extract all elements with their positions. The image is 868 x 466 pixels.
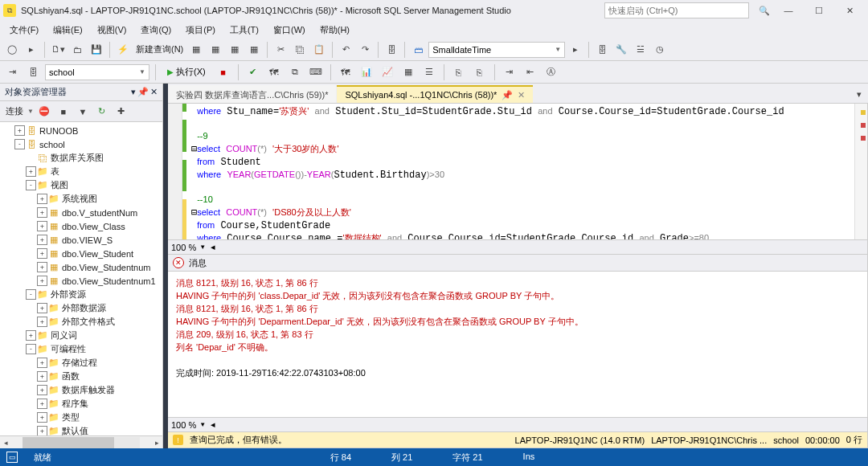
tree-node[interactable]: +🗄RUNOOB [0, 124, 162, 137]
tree-toggle-icon[interactable]: + [37, 426, 47, 435]
tab-active[interactable]: SQLshiyan4.sql -...1Q1NC\Chris (58))* 📌 … [337, 85, 533, 103]
tree-node[interactable]: +📁表 [0, 165, 162, 178]
profiler-icon[interactable]: ☱ [632, 41, 649, 59]
tree-node[interactable]: -📁可编程性 [0, 342, 162, 356]
maximize-button[interactable]: ☐ [804, 2, 834, 19]
indent-more-icon[interactable]: ⇥ [501, 63, 518, 81]
tree-node[interactable]: +▦dbo.View_Studentnum1 [0, 274, 162, 288]
tool-icon[interactable]: 🔧 [612, 41, 630, 59]
tab-inactive[interactable]: 实验四 数据库查询语言...C\Chris (59))* [168, 85, 336, 103]
client-stats-icon[interactable]: 📈 [379, 63, 396, 81]
tree-toggle-icon[interactable]: + [37, 399, 47, 409]
tree-node[interactable]: +▦dbo.View_Studentnum [0, 260, 162, 274]
pin-icon[interactable]: 📌 [137, 87, 149, 97]
tree-node[interactable]: +📁类型 [0, 411, 162, 424]
comment-icon[interactable]: ⎘ [450, 63, 468, 81]
db-dropdown-icon[interactable]: 🗄 [24, 63, 42, 81]
tree-toggle-icon[interactable]: - [26, 344, 36, 354]
tree-toggle-icon[interactable]: + [37, 385, 47, 395]
nav-back-icon[interactable]: ◯ [3, 41, 21, 59]
menu-file[interactable]: 文件(F) [3, 22, 45, 38]
tree-node[interactable]: +📁数据库触发器 [0, 383, 162, 397]
tree-toggle-icon[interactable]: + [37, 358, 47, 368]
new-dropdown-icon[interactable]: 🗋▾ [49, 41, 67, 59]
code-text[interactable]: where Stu_name='苏贤兴' and Student.Stu_id=… [186, 104, 854, 239]
tree-node[interactable]: +▦dbo.View_Class [0, 219, 162, 233]
tree-toggle-icon[interactable]: + [37, 303, 47, 313]
tree-toggle-icon[interactable]: + [37, 194, 47, 204]
xe-icon[interactable]: ▦ [187, 41, 205, 59]
new-query-icon[interactable]: ⚡ [114, 41, 132, 59]
tree-node[interactable]: +📁程序集 [0, 397, 162, 411]
db-engine-icon[interactable]: 🗄 [383, 41, 400, 59]
tree-toggle-icon[interactable]: + [37, 235, 47, 245]
tree-node[interactable]: +📁同义词 [0, 329, 162, 342]
tree-node[interactable]: +📁默认值 [0, 424, 162, 435]
type-combo[interactable]: SmalldateTime ▼ [428, 42, 565, 58]
copy-icon[interactable]: ⿻ [291, 41, 309, 59]
object-explorer-icon[interactable]: 🗃 [409, 41, 427, 59]
tree-toggle-icon[interactable]: + [37, 207, 47, 218]
indent-icon[interactable]: ⇥ [3, 63, 21, 81]
refresh-icon[interactable]: ↻ [93, 103, 111, 121]
registered-servers-icon[interactable]: 🗄 [593, 41, 611, 59]
messages-tab-header[interactable]: ✕ 消息 [168, 254, 867, 272]
open-icon[interactable]: 🗀 [68, 41, 86, 59]
tree-node[interactable]: +📁存储过程 [0, 356, 162, 370]
tree-toggle-icon[interactable]: + [14, 125, 25, 136]
menu-help[interactable]: 帮助(H) [313, 22, 356, 38]
menu-edit[interactable]: 编辑(E) [47, 22, 89, 38]
tab-overflow-icon[interactable]: ▾ [850, 85, 868, 103]
undo-icon[interactable]: ↶ [337, 41, 354, 59]
new-query-label[interactable]: 新建查询(N) [133, 43, 186, 55]
tree-node[interactable]: +📁系统视图 [0, 192, 162, 206]
status-icon[interactable]: ▭ [6, 452, 18, 463]
menu-view[interactable]: 视图(V) [91, 22, 133, 38]
tree-toggle-icon[interactable]: + [26, 166, 36, 177]
stop-xe-icon[interactable]: ■ [55, 103, 72, 121]
parse-icon[interactable]: ✔ [244, 63, 262, 81]
plus-icon[interactable]: ✚ [113, 103, 130, 121]
xmla-icon[interactable]: ▦ [245, 41, 263, 59]
dropdown-icon[interactable]: ▾ [131, 87, 136, 97]
nav-fwd-icon[interactable]: ▸ [23, 41, 40, 59]
quick-launch-box[interactable] [604, 2, 749, 18]
activity-monitor-icon[interactable]: ◷ [651, 41, 669, 59]
tree-toggle-icon[interactable]: + [26, 330, 36, 341]
tab-close-icon[interactable]: ✕ [518, 90, 525, 100]
tree-toggle-icon[interactable]: + [37, 262, 47, 272]
tree-node[interactable]: +📁外部文件格式 [0, 315, 162, 329]
dmx-icon[interactable]: ▦ [226, 41, 244, 59]
tree-node[interactable]: +▦dbo.VIEW_S [0, 233, 162, 247]
close-panel-icon[interactable]: ✕ [150, 87, 158, 97]
menu-tools[interactable]: 工具(T) [223, 22, 265, 38]
tree-toggle-icon[interactable]: - [14, 139, 25, 149]
results-grid-icon[interactable]: ▦ [399, 63, 417, 81]
messages-body[interactable]: 消息 8121, 级别 16, 状态 1, 第 86 行HAVING 子句中的列… [168, 272, 867, 417]
tree-node[interactable]: -📁外部资源 [0, 288, 162, 301]
chevron-down-icon[interactable]: ▼ [27, 108, 34, 115]
menu-project[interactable]: 项目(P) [179, 22, 222, 38]
estimated-plan-icon[interactable]: 🗺 [265, 63, 283, 81]
tree-node[interactable]: +📁外部数据源 [0, 301, 162, 315]
tab-pin-icon[interactable]: 📌 [502, 90, 513, 100]
connect-label[interactable]: 连接 [3, 105, 26, 117]
live-stats-icon[interactable]: 📊 [358, 63, 375, 81]
database-combo[interactable]: school ▼ [45, 64, 149, 80]
tree-node[interactable]: +▦dbo.V_studentNum [0, 206, 162, 219]
save-icon[interactable]: 💾 [88, 41, 105, 59]
tree-node[interactable]: +▦dbo.View_Student [0, 247, 162, 260]
specify-values-icon[interactable]: Ⓐ [542, 63, 560, 81]
cut-icon[interactable]: ✂ [272, 41, 289, 59]
chevron-down-icon[interactable]: ▼ [199, 421, 206, 428]
chevron-down-icon[interactable]: ▼ [199, 243, 206, 251]
overview-ruler[interactable] [854, 104, 867, 239]
paste-icon[interactable]: 📋 [310, 41, 328, 59]
execute-button[interactable]: ▶ 执行(X) [162, 63, 211, 81]
menu-query[interactable]: 查询(Q) [134, 22, 178, 38]
tree-node[interactable]: ⿻数据库关系图 [0, 151, 162, 165]
tree-hscrollbar[interactable]: ◂▸ [0, 435, 162, 448]
close-button[interactable]: ✕ [834, 2, 865, 19]
minimize-button[interactable]: ― [773, 2, 804, 19]
query-options-icon[interactable]: ⧉ [286, 63, 304, 81]
